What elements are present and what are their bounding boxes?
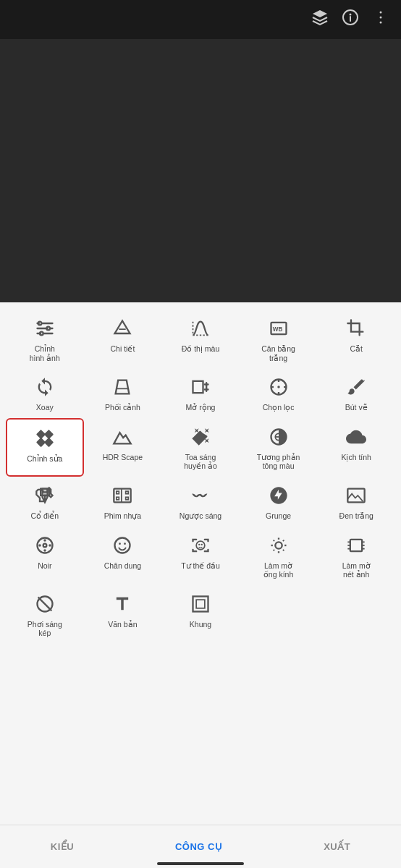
do-thi-mau-label: Đồ thị màu <box>182 344 220 354</box>
chon-loc-label: Chọn lọc <box>263 403 295 412</box>
tuong-phan-tong-mau-icon <box>269 427 289 453</box>
tool-chinh-sua[interactable]: Chỉnh sửa <box>6 418 84 477</box>
toa-sang-huyen-ao-label: Toa sáng huyền ảo <box>184 453 217 471</box>
cat-label: Cắt <box>350 344 363 354</box>
svg-rect-14 <box>193 381 203 393</box>
kich-tinh-icon <box>346 427 366 453</box>
svg-rect-63 <box>193 596 208 611</box>
tools-panel: Chỉnh hình ảnhChi tiếtĐồ thị màuWBCân bằ… <box>0 302 401 825</box>
svg-point-16 <box>277 386 280 388</box>
noir-icon <box>35 535 55 561</box>
tool-lam-mo-ong-kinh[interactable]: Làm mờ ống kính <box>240 527 318 585</box>
svg-point-44 <box>201 543 203 545</box>
chinh-sua-label: Chỉnh sửa <box>27 454 62 464</box>
svg-point-36 <box>43 549 46 552</box>
tool-hdr-scape[interactable]: HDR Scape <box>84 418 162 477</box>
tool-toa-sang-huyen-ao[interactable]: Toa sáng huyền ảo <box>161 418 240 477</box>
layers-icon[interactable] <box>311 9 329 30</box>
do-thi-mau-icon <box>190 318 211 344</box>
noir-label: Noir <box>38 561 51 571</box>
svg-rect-28 <box>117 497 119 500</box>
tool-van-ban[interactable]: Văn bản <box>84 585 162 644</box>
van-ban-icon <box>112 594 132 620</box>
lam-mo-net-anh-icon <box>346 535 366 561</box>
tool-den-trang[interactable]: Đen trắng <box>317 477 395 527</box>
co-dien-icon <box>35 485 55 511</box>
bottom-nav: KIỂU CÔNG CỤ XUẤT <box>0 825 401 868</box>
tool-chi-tiet[interactable]: Chi tiết <box>84 310 162 368</box>
chan-dung-icon <box>112 535 132 561</box>
khung-icon <box>190 594 211 620</box>
tool-but-ve[interactable]: Bút vẽ <box>317 368 395 418</box>
svg-point-38 <box>48 544 51 547</box>
svg-point-43 <box>198 543 200 545</box>
tool-phoi-canh[interactable]: Phối cảnh <box>84 368 162 418</box>
grunge-label: Grunge <box>266 511 291 521</box>
van-ban-label: Văn bản <box>108 620 137 629</box>
chinh-hinh-anh-label: Chỉnh hình ảnh <box>30 344 60 362</box>
tool-nguoc-sang[interactable]: Ngược sáng <box>161 477 240 527</box>
mo-rong-label: Mở rộng <box>186 403 216 412</box>
phim-nhua-label: Phim nhựa <box>104 511 141 521</box>
cat-icon <box>346 318 366 344</box>
tool-phoi-sang-kep[interactable]: Phơi sáng kép <box>6 585 84 644</box>
lam-mo-net-anh-label: Làm mờ nét ảnh <box>342 561 371 579</box>
nav-xuat[interactable]: XUẤT <box>309 835 365 858</box>
co-dien-label: Cổ điển <box>31 511 59 521</box>
tool-tu-the-dau[interactable]: Tư thế đầu <box>161 527 240 585</box>
tool-co-dien[interactable]: Cổ điển <box>6 477 84 527</box>
nguoc-sang-icon <box>190 485 211 511</box>
svg-line-53 <box>273 549 274 550</box>
phoi-canh-label: Phối cảnh <box>105 403 140 412</box>
tool-phim-nhua[interactable]: Phim nhựa <box>84 477 162 527</box>
svg-line-50 <box>273 540 274 541</box>
svg-text:WB: WB <box>272 326 282 333</box>
home-indicator <box>157 862 244 865</box>
tu-the-dau-icon <box>190 535 211 561</box>
den-trang-label: Đen trắng <box>339 511 373 521</box>
svg-point-39 <box>115 537 130 553</box>
svg-point-35 <box>43 539 46 542</box>
svg-rect-30 <box>126 497 129 500</box>
svg-rect-27 <box>117 491 119 494</box>
svg-point-5 <box>380 22 382 24</box>
tool-chan-dung[interactable]: Chân dung <box>84 527 162 585</box>
tool-chon-loc[interactable]: Chọn lọc <box>240 368 318 418</box>
but-ve-label: Bút vẽ <box>345 403 368 412</box>
chi-tiet-label: Chi tiết <box>110 344 135 354</box>
tool-grunge[interactable]: Grunge <box>240 477 318 527</box>
info-icon[interactable] <box>342 9 359 30</box>
hdr-scape-icon <box>112 427 132 453</box>
tool-can-bang-trang[interactable]: WBCân bằng trắng <box>240 310 318 368</box>
svg-point-37 <box>38 544 41 547</box>
nav-kieu[interactable]: KIỂU <box>36 835 88 858</box>
tool-kich-tinh[interactable]: Kịch tính <box>317 418 395 477</box>
tool-lam-mo-net-anh[interactable]: Làm mờ nét ảnh <box>317 527 395 585</box>
lam-mo-ong-kinh-label: Làm mờ ống kính <box>263 561 293 579</box>
tool-chinh-hinh-anh[interactable]: Chỉnh hình ảnh <box>6 310 84 368</box>
tool-xoay[interactable]: Xoay <box>6 368 84 418</box>
nav-cong-cu[interactable]: CÔNG CỤ <box>161 835 237 858</box>
svg-point-4 <box>380 17 382 19</box>
tool-khung[interactable]: Khung <box>161 585 240 644</box>
chon-loc-icon <box>269 377 289 403</box>
tool-do-thi-mau[interactable]: Đồ thị màu <box>161 310 240 368</box>
tuong-phan-tong-mau-label: Tương phản tông màu <box>257 453 300 471</box>
svg-rect-29 <box>126 491 129 494</box>
grunge-icon <box>269 485 289 511</box>
phoi-sang-kep-label: Phơi sáng kép <box>28 620 62 638</box>
tool-mo-rong[interactable]: Mở rộng <box>161 368 240 418</box>
chinh-hinh-anh-icon <box>35 318 55 344</box>
more-icon[interactable] <box>372 9 389 30</box>
chi-tiet-icon <box>112 318 132 344</box>
xoay-icon <box>35 377 55 403</box>
can-bang-trang-label: Cân bằng trắng <box>261 344 295 362</box>
svg-point-41 <box>124 542 126 545</box>
svg-rect-54 <box>350 539 362 550</box>
tool-tuong-phan-tong-mau[interactable]: Tương phản tông màu <box>240 418 318 477</box>
tool-noir[interactable]: Noir <box>6 527 84 585</box>
tool-cat[interactable]: Cắt <box>317 310 395 368</box>
svg-rect-64 <box>196 600 205 608</box>
svg-point-34 <box>43 543 46 547</box>
top-bar <box>0 0 401 39</box>
